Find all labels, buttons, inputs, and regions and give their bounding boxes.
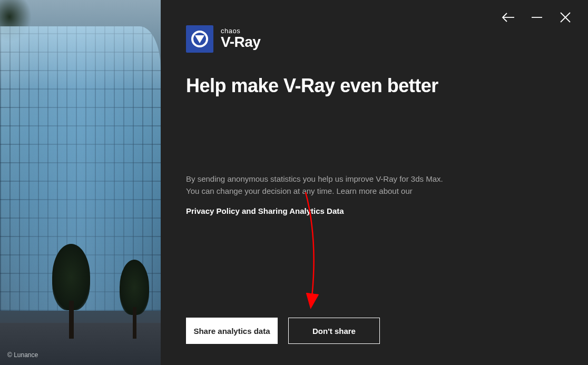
- close-button[interactable]: [558, 11, 572, 24]
- back-button[interactable]: [502, 11, 515, 24]
- logo-text: chaos V-Ray: [221, 27, 260, 51]
- logo: chaos V-Ray: [186, 25, 563, 53]
- minimize-icon: [531, 12, 543, 23]
- installer-window: © Lunance: [0, 0, 588, 365]
- sidebar-image: © Lunance: [0, 0, 161, 365]
- buttons-section: Share analytics data Don't share: [186, 318, 563, 344]
- description-line-1: By sending anonymous statistics you help…: [186, 174, 443, 183]
- image-credit: © Lunance: [7, 351, 38, 359]
- logo-brand-large: V-Ray: [221, 34, 260, 51]
- logo-icon: [186, 25, 213, 53]
- privacy-policy-link[interactable]: Privacy Policy and Sharing Analytics Dat…: [186, 206, 563, 215]
- description-line-2: You can change your decision at any time…: [186, 186, 413, 195]
- minimize-button[interactable]: [530, 11, 544, 24]
- arrow-left-icon: [502, 11, 515, 24]
- window-controls: [502, 11, 572, 24]
- description-text: By sending anonymous statistics you help…: [186, 173, 563, 197]
- main-panel: chaos V-Ray Help make V-Ray even better …: [161, 0, 588, 365]
- share-analytics-button[interactable]: Share analytics data: [186, 318, 278, 344]
- page-title: Help make V-Ray even better: [186, 75, 563, 97]
- dont-share-button[interactable]: Don't share: [288, 318, 380, 344]
- vray-icon: [190, 29, 209, 48]
- close-icon: [560, 12, 571, 23]
